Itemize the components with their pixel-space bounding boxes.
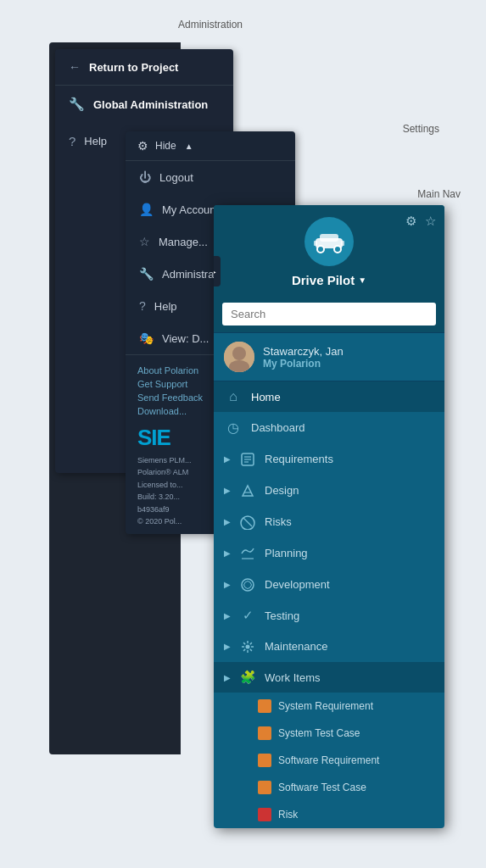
svg-rect-5 <box>341 241 344 246</box>
main-nav-search-area <box>214 296 444 333</box>
main-nav-panel: ▶ ⚙ ☆ Drive Pilot ▼ <box>214 205 444 828</box>
svg-point-3 <box>334 246 341 253</box>
nav-item-requirements[interactable]: ▶ Requirements <box>214 443 444 475</box>
gear-header-icon[interactable]: ⚙ <box>405 214 416 229</box>
testing-icon: ✓ <box>239 608 256 623</box>
user-name: Stawarczyk, Jan <box>263 345 344 358</box>
project-avatar <box>304 217 354 266</box>
expand-wi-icon: ▶ <box>224 673 231 682</box>
nav-item-home[interactable]: ⌂ Home <box>214 381 444 412</box>
svg-point-17 <box>246 645 250 649</box>
nav-item-dashboard[interactable]: ◷ Dashboard <box>214 412 444 443</box>
sub-item-system-req[interactable]: System Requirement <box>214 693 444 720</box>
development-icon <box>239 576 256 593</box>
nav-item-design[interactable]: ▶ Design <box>214 475 444 506</box>
doc-orange-icon-0 <box>258 699 271 713</box>
wrench-icon: 🔧 <box>69 97 85 112</box>
doc-orange-icon-2 <box>258 754 271 767</box>
dashboard-icon: ◷ <box>224 420 243 436</box>
planning-icon <box>239 545 256 561</box>
requirements-icon <box>239 451 256 467</box>
search-input[interactable] <box>222 303 436 326</box>
svg-point-7 <box>232 347 246 360</box>
dropdown-arrow-icon[interactable]: ▼ <box>358 275 366 285</box>
sub-item-software-test[interactable]: Software Test Case <box>214 774 444 801</box>
mask-icon: 🎭 <box>139 331 154 345</box>
nav-item-maintenance[interactable]: ▶ Maintenance <box>214 631 444 662</box>
expand-maint-icon: ▶ <box>224 642 231 651</box>
label-mainnav: Main Nav <box>417 188 461 200</box>
gear-icon: ⚙ <box>137 139 148 153</box>
user-icon: 👤 <box>139 203 154 216</box>
chevron-up-icon: ▲ <box>185 142 193 151</box>
wrench2-icon: 🔧 <box>139 267 154 281</box>
logout-item[interactable]: ⏻ Logout <box>126 161 295 193</box>
nav-item-planning[interactable]: ▶ Planning <box>214 537 444 569</box>
avatar <box>224 342 254 372</box>
return-to-project[interactable]: ← Return to Project <box>55 49 233 86</box>
nav-item-work-items[interactable]: ▶ 🧩 Work Items <box>214 662 444 693</box>
user-row[interactable]: Stawarczyk, Jan My Polarion <box>214 333 444 381</box>
doc-orange-icon-3 <box>258 781 271 794</box>
star-icon: ☆ <box>139 235 150 248</box>
header-icons: ⚙ ☆ <box>405 214 436 229</box>
svg-rect-1 <box>320 234 338 242</box>
design-icon <box>239 482 256 498</box>
global-administration[interactable]: 🔧 Global Administration <box>55 86 233 123</box>
expand-risks-icon: ▶ <box>224 517 231 526</box>
home-icon: ⌂ <box>224 389 243 404</box>
expand-design-icon: ▶ <box>224 486 231 495</box>
svg-point-2 <box>317 246 324 253</box>
nav-item-risks[interactable]: ▶ Risks <box>214 506 444 537</box>
arrow-left-icon: ← <box>69 60 81 74</box>
user-project: My Polarion <box>263 358 344 370</box>
nav-item-testing[interactable]: ▶ ✓ Testing <box>214 600 444 631</box>
puzzle-icon: 🧩 <box>239 670 256 685</box>
expand-planning-icon: ▶ <box>224 548 231 558</box>
doc-red-icon <box>258 808 271 821</box>
svg-rect-4 <box>314 241 317 246</box>
label-administration: Administration <box>178 19 243 31</box>
user-info: Stawarczyk, Jan My Polarion <box>263 345 344 370</box>
expand-test-icon: ▶ <box>224 611 231 620</box>
star-header-icon[interactable]: ☆ <box>425 214 436 229</box>
settings-hide-header[interactable]: ⚙ Hide ▲ <box>126 131 295 161</box>
risks-icon <box>239 514 256 530</box>
expand-req-icon: ▶ <box>224 454 231 464</box>
sub-item-software-req[interactable]: Software Requirement <box>214 747 444 774</box>
doc-orange-icon-1 <box>258 726 271 740</box>
main-nav-header: ⚙ ☆ Drive Pilot ▼ <box>214 205 444 296</box>
maintenance-icon <box>239 638 256 654</box>
collapse-button[interactable]: ▶ <box>214 256 221 287</box>
expand-dev-icon: ▶ <box>224 580 231 589</box>
label-settings: Settings <box>403 123 439 135</box>
project-title: Drive Pilot ▼ <box>292 273 366 287</box>
question2-icon: ? <box>139 299 146 313</box>
power-icon: ⏻ <box>139 170 151 184</box>
sub-item-risk[interactable]: Risk <box>214 801 444 828</box>
svg-line-14 <box>243 518 252 526</box>
sub-item-system-test[interactable]: System Test Case <box>214 720 444 747</box>
nav-item-development[interactable]: ▶ Development <box>214 569 444 600</box>
question-icon: ? <box>69 134 75 148</box>
